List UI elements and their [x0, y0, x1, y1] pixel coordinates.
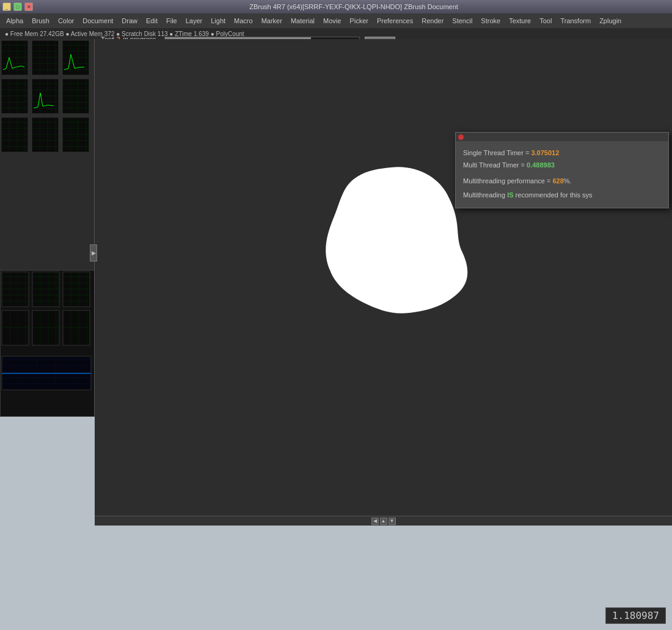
minimize-button[interactable]: _	[2, 2, 11, 11]
panel-arrow-handle[interactable]: ▶	[90, 244, 97, 262]
menu-document[interactable]: Document	[79, 16, 117, 26]
menu-light[interactable]: Light	[207, 16, 229, 26]
menu-stroke[interactable]: Stroke	[477, 16, 504, 26]
multi-thread-val: 0.488983	[527, 161, 555, 169]
horizontal-scrollbar[interactable]: ◀ ▲ ▼	[95, 516, 672, 526]
svg-rect-118	[63, 310, 90, 345]
menu-zplugin[interactable]: Zplugin	[596, 16, 625, 26]
arrow-icon: ▶	[92, 250, 96, 256]
menu-brush[interactable]: Brush	[28, 16, 53, 26]
title-bar: _ □ ✕ ZBrush 4R7 (x64)[SRRF-YEXF-QIKX-LQ…	[0, 0, 672, 13]
recommendation-line: Multithreading IS recommended for this s…	[463, 189, 661, 202]
menu-marker[interactable]: Marker	[258, 16, 286, 26]
svg-rect-27	[1, 79, 28, 114]
menu-movie[interactable]: Movie	[320, 16, 345, 26]
menu-transform[interactable]: Transform	[557, 16, 594, 26]
lower-left-panel	[0, 270, 95, 417]
multi-thread-line: Multi Thread Timer = 0.488983	[463, 159, 661, 172]
menu-color[interactable]: Color	[54, 16, 78, 26]
dialog-close-dot[interactable]	[458, 134, 464, 140]
menu-file[interactable]: File	[163, 16, 181, 26]
main-canvas[interactable]: Single Thread Timer = 3.075012 Multi Thr…	[95, 39, 672, 516]
perf-line: Multithreading performance = 628%.	[463, 175, 661, 188]
rec-suffix: recommended for this sys	[514, 191, 593, 199]
single-thread-line: Single Thread Timer = 3.075012	[463, 147, 661, 159]
svg-rect-108	[2, 310, 29, 345]
menu-macro[interactable]: Macro	[230, 16, 257, 26]
scroll-left-arrow[interactable]: ◀	[371, 518, 379, 525]
single-thread-label: Single Thread Timer =	[463, 149, 531, 156]
svg-rect-90	[32, 272, 59, 307]
bottom-area: 1.180987	[0, 526, 672, 630]
svg-rect-72	[62, 117, 89, 152]
menu-preferences[interactable]: Preferences	[373, 16, 417, 26]
title-text: ZBrush 4R7 (x64)[SRRF-YEXF-QIKX-LQPI-NHD…	[38, 3, 670, 10]
scroll-down-arrow[interactable]: ▼	[389, 518, 396, 525]
svg-rect-36	[32, 79, 59, 114]
scroll-up-arrow[interactable]: ▲	[380, 518, 387, 525]
rec-prefix: Multithreading	[463, 191, 507, 199]
perf-val: 628	[552, 177, 563, 185]
menu-layer[interactable]: Layer	[182, 16, 206, 26]
menu-picker[interactable]: Picker	[346, 16, 372, 26]
thumbnail-grid-top	[0, 39, 92, 155]
dialog-title-bar	[456, 133, 668, 141]
rec-is-text: IS	[507, 191, 513, 199]
svg-rect-18	[62, 40, 89, 75]
maximize-button[interactable]: □	[13, 2, 22, 11]
multi-thread-label: Multi Thread Timer =	[463, 161, 527, 169]
svg-rect-0	[1, 40, 28, 75]
menu-edit[interactable]: Edit	[142, 16, 161, 26]
close-button[interactable]: ✕	[24, 2, 33, 11]
svg-rect-81	[2, 272, 29, 307]
perf-suffix: %.	[564, 177, 572, 185]
svg-rect-9	[32, 40, 59, 75]
left-panel-top	[0, 39, 95, 271]
menu-texture[interactable]: Texture	[505, 16, 535, 26]
menu-render[interactable]: Render	[418, 16, 447, 26]
menu-material[interactable]: Material	[287, 16, 318, 26]
menu-draw[interactable]: Draw	[118, 16, 141, 26]
svg-rect-99	[63, 272, 90, 307]
menu-tool[interactable]: Tool	[536, 16, 555, 26]
polycnt-display: 1.180987	[605, 607, 666, 624]
menu-alpha[interactable]: Alpha	[2, 16, 27, 26]
svg-rect-63	[32, 117, 59, 152]
lower-panel-graph	[1, 271, 92, 414]
window-frame: _ □ ✕ ZBrush 4R7 (x64)[SRRF-YEXF-QIKX-LQ…	[0, 0, 672, 630]
dialog-content: Single Thread Timer = 3.075012 Multi Thr…	[456, 141, 668, 208]
single-thread-val: 3.075012	[531, 149, 559, 156]
perf-label: Multithreading performance =	[463, 177, 552, 185]
performance-dialog: Single Thread Timer = 3.075012 Multi Thr…	[455, 132, 669, 208]
svg-rect-45	[62, 79, 89, 114]
window-controls: _ □ ✕	[2, 2, 33, 11]
menu-bar: Alpha Brush Color Document Draw Edit Fil…	[0, 13, 672, 28]
svg-rect-113	[32, 310, 59, 345]
svg-rect-54	[1, 117, 28, 152]
menu-stencil[interactable]: Stencil	[448, 16, 476, 26]
